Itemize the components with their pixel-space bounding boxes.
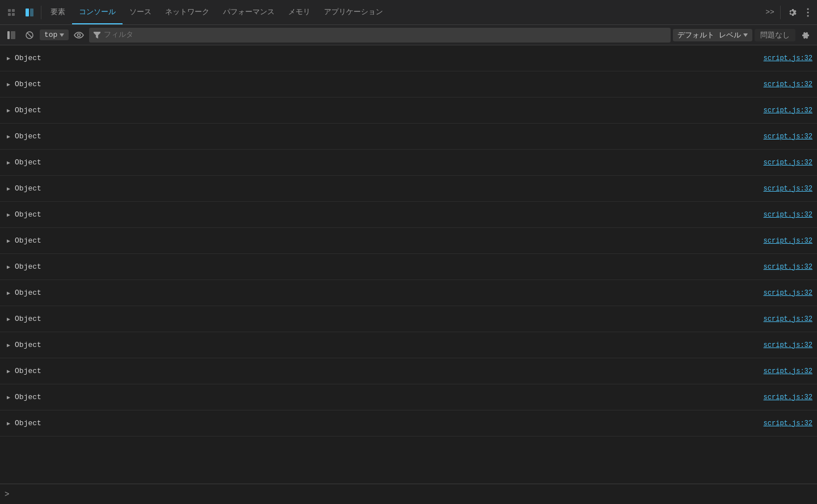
expand-triangle-icon[interactable]: ▶ — [7, 159, 10, 166]
expand-triangle-icon[interactable]: ▶ — [7, 342, 10, 349]
expand-triangle-icon[interactable]: ▶ — [7, 394, 10, 401]
console-log-row[interactable]: ▶Objectscript.js:32 — [0, 71, 817, 98]
row-left: ▶Object — [7, 262, 41, 271]
panel-icon-btn[interactable] — [20, 3, 39, 22]
source-link[interactable]: script.js:32 — [764, 315, 812, 323]
source-link[interactable]: script.js:32 — [764, 420, 812, 427]
source-link[interactable]: script.js:32 — [764, 263, 812, 271]
object-label: Object — [15, 236, 41, 245]
row-left: ▶Object — [7, 236, 41, 245]
object-label: Object — [15, 262, 41, 271]
expand-triangle-icon[interactable]: ▶ — [7, 290, 10, 297]
console-log-row[interactable]: ▶Objectscript.js:32 — [0, 332, 817, 358]
expand-triangle-icon[interactable]: ▶ — [7, 107, 10, 114]
source-link[interactable]: script.js:32 — [764, 54, 812, 62]
object-label: Object — [15, 419, 41, 427]
console-settings-btn[interactable] — [798, 28, 814, 43]
console-log-row[interactable]: ▶Objectscript.js:32 — [0, 124, 817, 150]
console-log-row[interactable]: ▶Objectscript.js:32 — [0, 358, 817, 384]
source-link[interactable]: script.js:32 — [764, 237, 812, 245]
sidebar-toggle-btn[interactable] — [3, 28, 19, 43]
clear-console-btn[interactable] — [22, 28, 37, 43]
source-link[interactable]: script.js:32 — [764, 81, 812, 88]
tab-performance[interactable]: パフォーマンス — [216, 0, 281, 24]
toolbar-divider-2 — [780, 6, 781, 19]
source-link[interactable]: script.js:32 — [764, 341, 812, 349]
console-input[interactable] — [14, 490, 812, 498]
row-left: ▶Object — [7, 393, 41, 401]
level-selector[interactable]: デフォルト レベル — [673, 29, 752, 41]
source-link[interactable]: script.js:32 — [764, 393, 812, 401]
main-content: top デフォルト レベル — [0, 25, 817, 504]
console-log-row[interactable]: ▶Objectscript.js:32 — [0, 384, 817, 410]
tab-sources[interactable]: ソース — [123, 0, 158, 24]
console-log-row[interactable]: ▶Objectscript.js:32 — [0, 98, 817, 124]
tab-network[interactable]: ネットワーク — [158, 0, 216, 24]
source-link[interactable]: script.js:32 — [764, 107, 812, 115]
object-label: Object — [15, 80, 41, 88]
context-selector[interactable]: top — [40, 29, 69, 40]
console-output: ▶Objectscript.js:32▶Objectscript.js:32▶O… — [0, 45, 817, 484]
console-log-row[interactable]: ▶Objectscript.js:32 — [0, 280, 817, 306]
more-tabs-label: >> — [765, 8, 774, 16]
row-left: ▶Object — [7, 341, 41, 349]
row-left: ▶Object — [7, 210, 41, 219]
svg-point-8 — [807, 15, 809, 16]
context-label: top — [44, 31, 57, 39]
kebab-menu-btn[interactable] — [801, 3, 815, 22]
object-label: Object — [15, 393, 41, 401]
object-label: Object — [15, 289, 41, 297]
console-log-row[interactable]: ▶Objectscript.js:32 — [0, 202, 817, 228]
tab-elements[interactable]: 要素 — [44, 0, 72, 24]
issue-badge: 問題なし — [755, 29, 795, 41]
expand-triangle-icon[interactable]: ▶ — [7, 55, 10, 62]
source-link[interactable]: script.js:32 — [764, 367, 812, 375]
source-link[interactable]: script.js:32 — [764, 185, 812, 193]
live-expressions-btn[interactable] — [71, 28, 87, 43]
expand-triangle-icon[interactable]: ▶ — [7, 420, 10, 427]
expand-triangle-icon[interactable]: ▶ — [7, 238, 10, 244]
expand-triangle-icon[interactable]: ▶ — [7, 316, 10, 323]
tab-console[interactable]: コンソール — [72, 0, 123, 24]
console-log-row[interactable]: ▶Objectscript.js:32 — [0, 410, 817, 437]
settings-gear-btn[interactable] — [783, 3, 801, 22]
svg-rect-4 — [26, 9, 29, 16]
row-left: ▶Object — [7, 419, 41, 427]
filter-input[interactable] — [104, 31, 666, 39]
object-label: Object — [15, 315, 41, 323]
expand-triangle-icon[interactable]: ▶ — [7, 81, 10, 88]
console-log-row[interactable]: ▶Objectscript.js:32 — [0, 45, 817, 71]
console-log-row[interactable]: ▶Objectscript.js:32 — [0, 228, 817, 254]
row-left: ▶Object — [7, 54, 41, 62]
prompt-icon: > — [5, 490, 9, 499]
expand-triangle-icon[interactable]: ▶ — [7, 211, 10, 218]
top-toolbar: 要素 コンソール ソース ネットワーク パフォーマンス メモリ アプリケーション… — [0, 0, 817, 25]
console-log-row[interactable]: ▶Objectscript.js:32 — [0, 176, 817, 202]
console-log-row[interactable]: ▶Objectscript.js:32 — [0, 306, 817, 332]
row-left: ▶Object — [7, 184, 41, 193]
console-log-row[interactable]: ▶Objectscript.js:32 — [0, 150, 817, 176]
source-link[interactable]: script.js:32 — [764, 159, 812, 167]
expand-triangle-icon[interactable]: ▶ — [7, 368, 10, 375]
svg-line-12 — [27, 33, 32, 37]
expand-triangle-icon[interactable]: ▶ — [7, 185, 10, 192]
svg-rect-0 — [8, 9, 11, 12]
svg-rect-5 — [30, 9, 33, 16]
row-left: ▶Object — [7, 367, 41, 375]
source-link[interactable]: script.js:32 — [764, 289, 812, 297]
dock-icon-btn[interactable] — [2, 3, 20, 22]
tab-application[interactable]: アプリケーション — [317, 0, 390, 24]
source-link[interactable]: script.js:32 — [764, 133, 812, 141]
expand-triangle-icon[interactable]: ▶ — [7, 133, 10, 140]
console-log-row[interactable]: ▶Objectscript.js:32 — [0, 254, 817, 280]
more-tabs-btn[interactable]: >> — [762, 3, 778, 22]
row-left: ▶Object — [7, 106, 41, 115]
console-toolbar: top デフォルト レベル — [0, 25, 817, 45]
object-label: Object — [15, 341, 41, 349]
filter-container — [89, 28, 671, 43]
svg-rect-3 — [12, 13, 15, 16]
expand-triangle-icon[interactable]: ▶ — [7, 264, 10, 270]
tab-memory[interactable]: メモリ — [281, 0, 317, 24]
row-left: ▶Object — [7, 158, 41, 167]
source-link[interactable]: script.js:32 — [764, 211, 812, 219]
